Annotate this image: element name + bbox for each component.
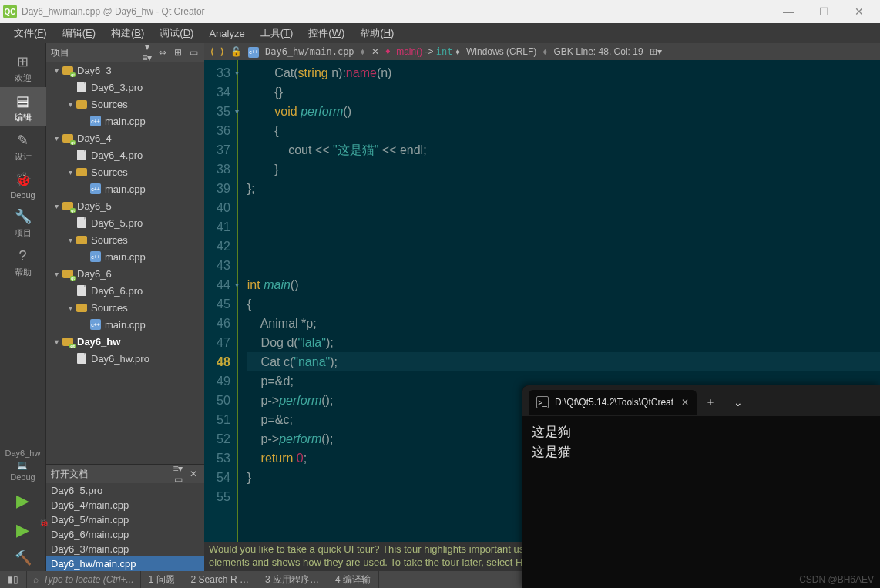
tree-item[interactable]: Day6_6.pro [46,282,204,299]
maximize-button[interactable]: ☐ [806,0,841,23]
window-title: Day6_hw/main.cpp @ Day6_hw - Qt Creator [22,6,771,17]
tree-item[interactable]: ▾Day6_4 [46,129,204,146]
mode-帮助[interactable]: ?帮助 [0,242,46,281]
tree-item[interactable]: ▾Day6_3 [46,62,204,79]
tree-item[interactable]: Day6_hw.pro [46,350,204,367]
menu-bar: 文件(F)编辑(E)构建(B)调试(D)Analyze工具(T)控件(W)帮助(… [0,23,880,43]
filter-dropdown-icon[interactable]: ▾ ≡▾ [141,42,153,63]
app-icon: QC [3,5,17,18]
open-doc-item[interactable]: Day6_4/main.cpp [46,498,204,512]
tree-item[interactable]: c++main.cpp [46,180,204,197]
tab-dropdown-icon[interactable]: ⌄ [724,396,752,408]
menu-e[interactable]: 编辑(E) [55,26,103,40]
tree-item[interactable]: ▾Sources [46,231,204,248]
run-button[interactable]: ▶ [16,486,29,516]
tree-item[interactable]: c++main.cpp [46,113,204,129]
open-doc-item[interactable]: Day6_6/main.cpp [46,527,204,542]
tree-item[interactable]: Day6_5.pro [46,214,204,231]
output-pane-tab[interactable]: 4 编译输 [327,571,379,588]
close-button[interactable]: ✕ [841,0,877,23]
symbol-selector[interactable]: ♦ main() [385,46,422,57]
lock-icon[interactable]: 🔓 [227,46,245,57]
tree-item[interactable]: ▾Day6_5 [46,197,204,214]
search-icon: ⌕ [33,574,39,585]
close-document-icon[interactable]: ✕ [368,46,382,57]
menu-f[interactable]: 文件(F) [6,26,55,40]
mode-编辑[interactable]: ▤编辑 [0,87,46,126]
tree-item[interactable]: ▾Sources [46,299,204,316]
tree-item[interactable]: c++main.cpp [46,316,204,333]
split-icon[interactable]: ▭ [187,47,200,58]
run-debug-button[interactable]: ▶🐞 [16,516,29,545]
mode-selector-bar: ⊞欢迎▤编辑✎设计🐞Debug🔧项目?帮助 Day6_hw 💻 Debug ▶ … [0,43,46,571]
locator-input[interactable]: ⌕ Type to locate (Ctrl+... [27,571,141,588]
tree-item[interactable]: ▾Sources [46,96,204,113]
build-button[interactable]: 🔨 [15,545,32,571]
open-doc-item[interactable]: Day6_5/main.cpp [46,512,204,527]
editor-toolbar: ⟨ ⟩ 🔓 c++ Day6_hw/main.cpp ♦ ✕ ♦ main() … [204,43,880,60]
menu-d[interactable]: 调试(D) [152,26,201,40]
project-tree[interactable]: ▾Day6_3Day6_3.pro▾Sourcesc++main.cpp▾Day… [46,62,204,464]
terminal-tab[interactable]: >_ D:\Qt\Qt5.14.2\Tools\QtCreat ✕ [529,390,697,415]
new-tab-button[interactable]: ＋ [697,395,724,409]
mode-项目[interactable]: 🔧项目 [0,203,46,242]
open-docs-split-icon[interactable]: ≡▾ ▭ [172,463,184,485]
open-doc-item[interactable]: Day6_hw/main.cpp [46,556,204,571]
menu-h[interactable]: 帮助(H) [352,26,401,40]
output-pane-tab[interactable]: 1 问题 [141,571,183,588]
close-tab-icon[interactable]: ✕ [681,397,689,408]
menu-analyze[interactable]: Analyze [201,28,252,39]
link-icon[interactable]: ⇔ [156,47,169,58]
kit-selector[interactable]: Day6_hw 💻 Debug [5,445,41,486]
file-selector[interactable]: Day6_hw/main.cpp [262,46,358,57]
nav-fwd-icon[interactable]: ⟩ [217,46,227,57]
tree-item[interactable]: ▾Day6_hw [46,333,204,350]
encoding-selector[interactable]: GBK Line: 48, Col: 19 [550,46,646,57]
watermark: CSDN @BH6AEV [799,574,874,585]
open-docs-close-icon[interactable]: ✕ [187,469,200,479]
add-icon[interactable]: ⊞ [172,47,184,58]
line-ending-selector[interactable]: Windows (CRLF) [463,46,539,57]
terminal-tab-bar: >_ D:\Qt\Qt5.14.2\Tools\QtCreat ✕ ＋ ⌄ [522,385,880,416]
mode-欢迎[interactable]: ⊞欢迎 [0,48,46,87]
project-panel-header: 项目 ▾ ≡▾ ⇔ ⊞ ▭ [46,43,204,62]
mode-设计[interactable]: ✎设计 [0,126,46,166]
open-doc-item[interactable]: Day6_5.pro [46,483,204,498]
open-doc-item[interactable]: Day6_3/main.cpp [46,542,204,556]
tree-item[interactable]: c++main.cpp [46,248,204,265]
tree-item[interactable]: ▾Day6_6 [46,265,204,282]
menu-w[interactable]: 控件(W) [301,26,352,40]
open-docs-list[interactable]: Day6_5.proDay6_4/main.cppDay6_5/main.cpp… [46,483,204,571]
tree-item[interactable]: Day6_3.pro [46,79,204,96]
terminal-output[interactable]: 这是狗这是猫 [522,416,880,588]
terminal-window: >_ D:\Qt\Qt5.14.2\Tools\QtCreat ✕ ＋ ⌄ 这是… [522,385,880,588]
minimize-button[interactable]: — [771,0,806,23]
output-pane-tab[interactable]: 2 Search R … [183,571,257,588]
sidebar-toggle-icon[interactable]: ▮▯ [0,571,27,588]
menu-t[interactable]: 工具(T) [253,26,301,40]
menu-b[interactable]: 构建(B) [103,26,152,40]
cmd-icon: >_ [536,396,549,408]
mode-Debug[interactable]: 🐞Debug [0,166,46,203]
window-titlebar: QC Day6_hw/main.cpp @ Day6_hw - Qt Creat… [0,0,880,23]
nav-back-icon[interactable]: ⟨ [207,46,217,57]
side-panel: 项目 ▾ ≡▾ ⇔ ⊞ ▭ ▾Day6_3Day6_3.pro▾Sourcesc… [46,43,204,571]
split-editor-icon[interactable]: ⊞▾ [647,46,665,57]
output-pane-tab[interactable]: 3 应用程序… [257,571,327,588]
tree-item[interactable]: Day6_4.pro [46,146,204,163]
tree-item[interactable]: ▾Sources [46,163,204,180]
open-docs-header: 打开文档 ≡▾ ▭ ✕ [46,465,204,483]
